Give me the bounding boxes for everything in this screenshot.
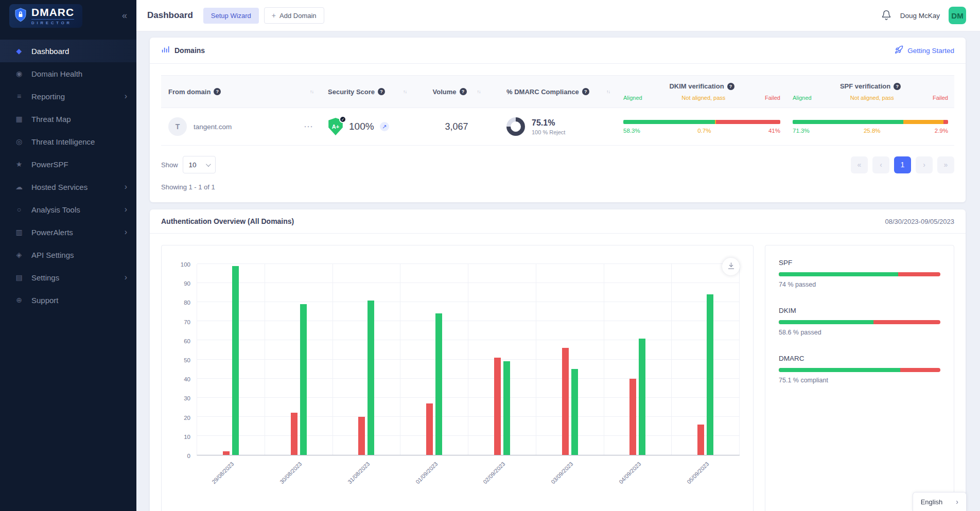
- user-avatar[interactable]: DM: [949, 7, 966, 24]
- pagination-first-button[interactable]: «: [851, 156, 868, 173]
- y-axis-label: 0: [187, 453, 190, 459]
- pagination-page-1-button[interactable]: 1: [894, 156, 911, 173]
- sidebar-item-label: Support: [31, 296, 59, 305]
- hosted-services-icon: ☁: [14, 183, 24, 191]
- settings-icon: ▤: [14, 273, 24, 281]
- bar-passed: [232, 266, 239, 455]
- sort-icon[interactable]: ↑↓: [310, 89, 313, 94]
- setup-wizard-button[interactable]: Setup Wizard: [203, 8, 259, 24]
- spf-bar: [793, 120, 948, 124]
- sort-icon[interactable]: ↑↓: [403, 89, 407, 94]
- bar-failed: [426, 403, 433, 455]
- security-score-value: 100%: [349, 121, 374, 132]
- sidebar-item-threat-map[interactable]: ▦ Threat Map: [0, 108, 136, 130]
- sidebar-item-poweralerts[interactable]: ▥ PowerAlerts ›: [0, 221, 136, 243]
- security-grade-badge: A+ ✓: [328, 118, 343, 135]
- dkim-aligned-value: 58.3%: [623, 128, 640, 134]
- bar-group: [333, 264, 401, 455]
- powerspf-icon: ★: [14, 160, 24, 168]
- column-label: DKIM verification: [669, 82, 724, 90]
- sidebar-collapse-button[interactable]: «: [120, 8, 129, 23]
- notifications-button[interactable]: [881, 10, 891, 22]
- sort-icon[interactable]: ↑↓: [606, 89, 610, 94]
- bar-passed: [300, 304, 307, 455]
- y-axis-label: 40: [184, 376, 190, 382]
- column-dmarc-compliance[interactable]: % DMARC Compliance ? ↑↓: [499, 76, 617, 108]
- help-icon[interactable]: ?: [727, 83, 734, 90]
- sidebar-item-label: Analysis Tools: [31, 205, 80, 214]
- y-axis-label: 50: [184, 357, 190, 363]
- download-chart-button[interactable]: [722, 258, 740, 275]
- sidebar-item-support[interactable]: ⊕ Support: [0, 289, 136, 311]
- x-axis: 29/08/202330/08/202331/08/202301/09/2023…: [197, 455, 740, 504]
- sidebar-item-domain-health[interactable]: ◉ Domain Health: [0, 62, 136, 85]
- pagination-prev-button[interactable]: ‹: [872, 156, 889, 173]
- row-menu-button[interactable]: ⋯: [304, 121, 313, 132]
- x-axis-label: 05/09/2023: [686, 461, 710, 485]
- help-icon[interactable]: ?: [378, 88, 385, 95]
- help-icon[interactable]: ?: [460, 88, 467, 95]
- sidebar-item-dashboard[interactable]: ◆ Dashboard: [0, 40, 136, 62]
- sidebar-item-hosted-services[interactable]: ☁ Hosted Services ›: [0, 175, 136, 198]
- sidebar-item-api-settings[interactable]: ◈ API Settings: [0, 243, 136, 266]
- gridline: [197, 416, 740, 417]
- spf-failed-segment: [943, 120, 948, 124]
- pagination-next-button[interactable]: ›: [916, 156, 933, 173]
- stat-dmarc: DMARC 75.1 % compliant: [779, 355, 940, 384]
- sort-icon[interactable]: ↑↓: [477, 89, 481, 94]
- spf-aligned-segment: [793, 120, 903, 124]
- user-name: Doug McKay: [900, 12, 940, 20]
- spf-aligned-value: 71.3%: [793, 128, 810, 134]
- gridline: [197, 340, 740, 340]
- subcolumn-not-aligned: Not aligned, pass: [850, 95, 894, 101]
- column-from-domain[interactable]: From domain ? ↑↓: [161, 76, 321, 108]
- sidebar-item-label: Reporting: [31, 92, 65, 101]
- table-header: From domain ? ↑↓ Security Score ? ↑↓ Vol…: [161, 75, 954, 108]
- spf-progress-fill: [779, 272, 898, 276]
- column-volume[interactable]: Volume ? ↑↓: [414, 76, 499, 108]
- reporting-icon: ≡: [14, 92, 24, 100]
- sidebar-item-reporting[interactable]: ≡ Reporting ›: [0, 85, 136, 108]
- help-icon[interactable]: ?: [214, 88, 221, 95]
- sidebar-item-label: Hosted Services: [31, 183, 87, 191]
- domains-card: Domains Getting Started From domain ? ↑↓: [150, 38, 966, 202]
- sidebar-item-threat-intelligence[interactable]: ◎ Threat Intelligence: [0, 130, 136, 153]
- getting-started-link[interactable]: Getting Started: [895, 45, 954, 56]
- auth-overview-card: Authentication Overview (All Domains) 08…: [150, 209, 966, 511]
- x-axis-label: 30/08/2023: [278, 461, 303, 485]
- add-domain-label: Add Domain: [279, 12, 317, 20]
- spf-progress-bar: [779, 272, 940, 276]
- page-size-value: 10: [189, 161, 197, 169]
- logo-shield-icon: [14, 8, 27, 24]
- threat-map-icon: ▦: [14, 115, 24, 123]
- page-size-select[interactable]: 10: [183, 156, 216, 173]
- pagination-last-button[interactable]: »: [937, 156, 954, 173]
- logo[interactable]: DMARC DIRECTOR: [9, 4, 82, 28]
- y-axis-label: 70: [184, 319, 190, 325]
- sidebar-item-analysis-tools[interactable]: ○ Analysis Tools ›: [0, 198, 136, 221]
- column-dkim-verification: DKIM verification ? Aligned Not aligned,…: [617, 76, 786, 108]
- show-label: Show: [161, 161, 178, 169]
- add-domain-button[interactable]: + Add Domain: [264, 7, 324, 24]
- bar-passed: [571, 369, 578, 455]
- support-icon: ⊕: [14, 296, 24, 304]
- chevron-right-icon: ›: [125, 182, 127, 191]
- auth-chart-panel: 0102030405060708090100 29/08/202330/08/2…: [161, 245, 754, 511]
- domain-link[interactable]: tangent.com: [194, 123, 232, 131]
- bar-chart-icon: [161, 45, 169, 56]
- chevron-right-icon: ›: [125, 205, 127, 214]
- column-security-score[interactable]: Security Score ? ↑↓: [321, 76, 414, 108]
- x-axis-label: 01/09/2023: [414, 461, 439, 485]
- y-axis-label: 30: [184, 395, 190, 401]
- table-row[interactable]: T tangent.com ⋯ A+ ✓ 100% ↗: [161, 108, 954, 146]
- spf-failed-value: 2.9%: [935, 128, 948, 134]
- sidebar-item-settings[interactable]: ▤ Settings ›: [0, 266, 136, 289]
- language-selector[interactable]: English ›: [913, 492, 967, 511]
- help-icon[interactable]: ?: [894, 83, 901, 90]
- subcolumn-failed: Failed: [933, 95, 948, 101]
- sidebar-item-powerspf[interactable]: ★ PowerSPF: [0, 153, 136, 175]
- gridline: [197, 302, 740, 302]
- external-link-icon[interactable]: ↗: [380, 122, 389, 131]
- help-icon[interactable]: ?: [582, 88, 589, 95]
- sidebar-header: DMARC DIRECTOR «: [0, 0, 136, 31]
